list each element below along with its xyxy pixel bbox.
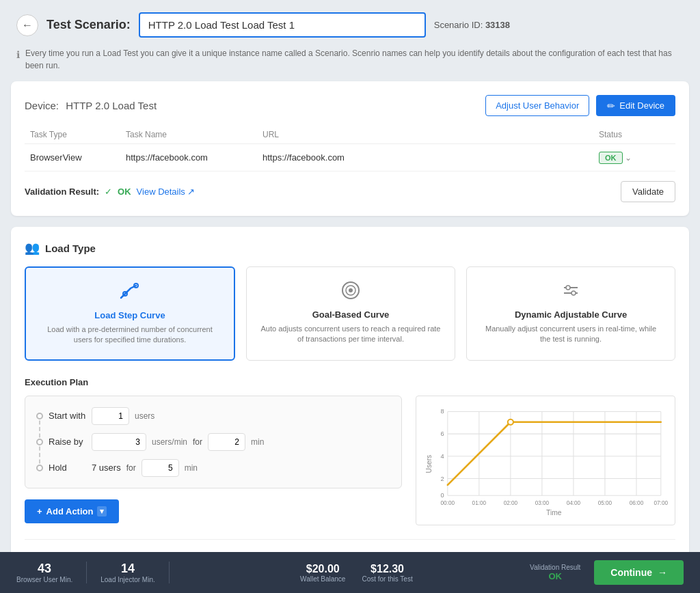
section-header: 👥 Load Type xyxy=(25,240,675,256)
svg-text:4: 4 xyxy=(441,453,444,460)
load-injector-min-stat: 14 Load Injector Min. xyxy=(100,562,170,583)
svg-text:04:00: 04:00 xyxy=(567,500,581,506)
load-type-card: 👥 Load Type Load Step Curve Load with a … xyxy=(11,227,689,590)
svg-text:03:00: 03:00 xyxy=(535,500,550,506)
add-action-button[interactable]: + Add Action ▾ xyxy=(25,499,119,523)
exec-row-hold: Hold 7 users for min xyxy=(36,459,390,477)
exec-left: Start with users Raise by users/min for xyxy=(25,396,402,525)
exec-row-raise: Raise by users/min for min xyxy=(36,433,390,451)
for-label-hold: for xyxy=(126,463,136,473)
validation-row: Validation Result: ✓ OK View Details ↗ V… xyxy=(25,181,675,202)
load-step-icon xyxy=(40,281,220,305)
svg-text:2: 2 xyxy=(441,475,444,482)
scenario-name-input[interactable] xyxy=(139,12,426,38)
page-title: Test Scenario: xyxy=(46,18,131,32)
raise-by-input[interactable] xyxy=(92,433,146,451)
load-option-load-step[interactable]: Load Step Curve Load with a pre-determin… xyxy=(25,266,235,361)
continue-button[interactable]: Continue → xyxy=(594,560,684,585)
bottom-bar: 43 Browser User Min. 14 Load Injector Mi… xyxy=(0,552,700,593)
section-title: Load Type xyxy=(45,243,96,254)
cost-label: Cost for this Test xyxy=(362,575,412,583)
scenario-id: Scenario ID: 33138 xyxy=(434,20,510,30)
dot-hold xyxy=(36,465,43,471)
goal-based-desc: Auto adjusts concurrent users to reach a… xyxy=(260,324,441,345)
exec-plan-box: Start with users Raise by users/min for xyxy=(25,396,402,488)
raise-unit: users/min xyxy=(152,437,187,447)
svg-text:00:00: 00:00 xyxy=(441,500,455,506)
exec-chart-row: Start with users Raise by users/min for xyxy=(25,396,675,525)
hold-for-input[interactable] xyxy=(142,459,179,477)
goal-icon xyxy=(260,281,441,304)
svg-text:05:00: 05:00 xyxy=(598,500,612,506)
chart-container: Users 8 6 4 2 0 xyxy=(416,396,675,525)
view-details-link[interactable]: View Details ↗ xyxy=(137,187,195,197)
validation-label: Validation Result: xyxy=(25,187,99,197)
cost-for-test: $12.30 Cost for this Test xyxy=(362,563,412,583)
svg-text:02:00: 02:00 xyxy=(504,500,518,506)
exec-rows-wrapper: Start with users Raise by users/min for xyxy=(36,407,390,477)
external-link-icon: ↗ xyxy=(187,187,195,197)
svg-point-8 xyxy=(571,291,576,295)
col-header-url: URL xyxy=(257,126,593,144)
info-icon: ℹ xyxy=(16,48,20,62)
load-option-dynamic[interactable]: Dynamic Adjustable Curve Manually adjust… xyxy=(466,266,675,361)
task-table: Task Type Task Name URL Status BrowserVi… xyxy=(25,126,675,171)
plus-icon: + xyxy=(37,506,42,516)
wallet-balance-label: Wallet Balance xyxy=(300,575,345,583)
raise-for-unit: min xyxy=(251,437,264,447)
table-row: BrowserView https://facebook.com https:/… xyxy=(25,144,675,171)
dynamic-icon xyxy=(481,281,661,304)
goal-based-title: Goal-Based Curve xyxy=(260,309,441,320)
header: ← Test Scenario: Scenario ID: 33138 xyxy=(0,0,700,44)
device-header: Device: HTTP 2.0 Load Test Adjust User B… xyxy=(25,95,675,116)
hold-for-unit: min xyxy=(185,463,198,473)
svg-text:01:00: 01:00 xyxy=(472,500,487,506)
svg-text:0: 0 xyxy=(441,492,444,499)
validation-ok-text: OK xyxy=(118,187,131,197)
col-header-task-name: Task Name xyxy=(120,126,257,144)
adjust-user-behavior-button[interactable]: Adjust User Behavior xyxy=(485,95,589,116)
dot-raise xyxy=(36,439,43,445)
start-unit: users xyxy=(135,411,154,421)
load-option-goal-based[interactable]: Goal-Based Curve Auto adjusts concurrent… xyxy=(246,266,455,361)
validate-button[interactable]: Validate xyxy=(621,181,675,202)
load-injector-min-label: Load Injector Min. xyxy=(100,576,155,583)
back-button[interactable]: ← xyxy=(16,14,38,36)
start-with-input[interactable] xyxy=(92,407,129,425)
bottom-validation: Validation Result OK xyxy=(530,564,580,581)
svg-point-4 xyxy=(349,288,353,292)
chevron-down-icon[interactable]: ⌄ xyxy=(625,153,632,163)
device-card: Device: HTTP 2.0 Load Test Adjust User B… xyxy=(11,81,689,216)
cell-url: https://facebook.com xyxy=(257,144,593,171)
exec-label-start: Start with xyxy=(49,411,86,421)
bottom-validation-label: Validation Result xyxy=(530,564,580,571)
browser-user-min-value: 43 xyxy=(38,562,51,576)
col-header-task-type: Task Type xyxy=(25,126,120,144)
checkmark-icon: ✓ xyxy=(105,187,112,197)
status-badge: OK xyxy=(599,152,623,164)
device-title: Device: HTTP 2.0 Load Test xyxy=(25,100,161,111)
validation-left: Validation Result: ✓ OK View Details ↗ xyxy=(25,187,195,197)
arrow-right-icon: → xyxy=(658,567,667,578)
info-bar: ℹ Every time you run a Load Test you can… xyxy=(0,44,700,81)
bottom-validation-ok: OK xyxy=(548,571,562,581)
bottom-financials: $20.00 Wallet Balance $12.30 Cost for th… xyxy=(183,563,530,583)
cell-status: OK ⌄ xyxy=(593,144,675,171)
wallet-balance: $20.00 Wallet Balance xyxy=(300,563,345,583)
load-options: Load Step Curve Load with a pre-determin… xyxy=(25,266,675,361)
load-injector-min-value: 14 xyxy=(121,562,135,576)
exec-label-hold: Hold xyxy=(49,463,86,473)
dropdown-icon: ▾ xyxy=(97,506,107,516)
chart-svg: Users 8 6 4 2 0 xyxy=(423,403,668,518)
load-step-desc: Load with a pre-determined number of con… xyxy=(40,325,220,346)
dynamic-desc: Manually adjust concurrent users in real… xyxy=(481,324,661,345)
raise-for-input[interactable] xyxy=(208,433,245,451)
exec-label-raise: Raise by xyxy=(49,437,86,447)
exec-row-start: Start with users xyxy=(36,407,390,425)
hold-value: 7 users xyxy=(92,463,121,473)
load-step-title: Load Step Curve xyxy=(40,310,220,320)
edit-device-button[interactable]: ✏ Edit Device xyxy=(596,95,675,116)
svg-text:Time: Time xyxy=(546,509,562,516)
cost-value: $12.30 xyxy=(362,563,412,575)
exec-plan-title: Execution Plan xyxy=(25,377,675,387)
